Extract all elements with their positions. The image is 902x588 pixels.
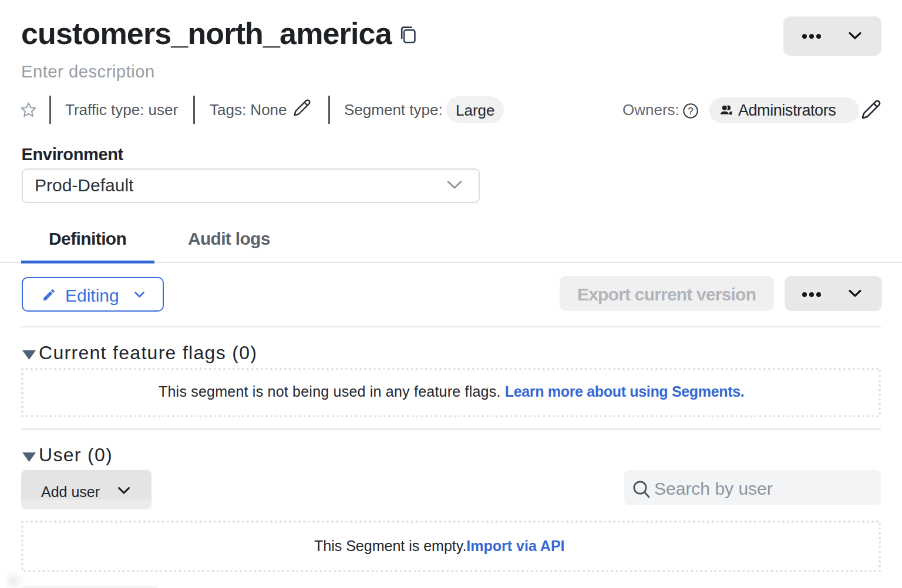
svg-text:?: ? <box>688 106 693 117</box>
